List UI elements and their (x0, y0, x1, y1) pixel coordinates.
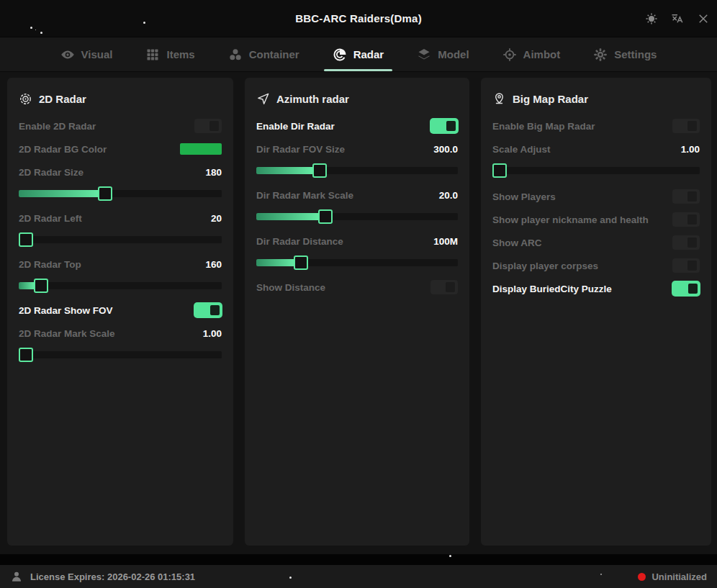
setting-row-show-arc: Show ARC (492, 234, 700, 251)
slider-fill (256, 213, 323, 220)
tab-model[interactable]: Model (405, 37, 480, 71)
license-info: License Expires: 2026-02-26 01:15:31 (10, 570, 195, 583)
tab-settings[interactable]: Settings (582, 37, 668, 71)
tab-label: Radar (353, 48, 384, 60)
slider-handle[interactable] (312, 163, 327, 178)
toggle-knob (687, 214, 697, 225)
toggle-knob (687, 121, 697, 131)
slider-handle[interactable] (294, 255, 308, 270)
panel-azimuth-title: Azimuth radar (256, 92, 458, 106)
enable-dir-radar-toggle[interactable] (430, 119, 458, 133)
enable-2d-radar-toggle[interactable] (194, 119, 222, 133)
tab-visual[interactable]: Visual (49, 37, 125, 71)
setting-value: 20 (211, 213, 222, 224)
show-players-toggle[interactable] (672, 189, 700, 204)
tab-active-underline (324, 69, 393, 71)
main-content: 2D Radar Enable 2D Radar 2D Radar BG Col… (0, 72, 717, 554)
scale-adjust-slider[interactable] (492, 163, 700, 178)
status-dot (638, 573, 646, 581)
panel-azimuth-radar: Azimuth radar Enable Dir Radar Dir Radar… (245, 78, 469, 546)
setting-label: Dir Radar Mark Scale (256, 190, 353, 201)
panel-big-map-radar: Big Map Radar Enable Big Map Radar Scale… (481, 78, 711, 546)
slider-handle[interactable] (19, 232, 33, 247)
panel-title-text: Big Map Radar (513, 93, 588, 105)
translate-icon[interactable] (671, 12, 684, 25)
tab-label: Settings (614, 48, 657, 60)
panel-big-map-title: Big Map Radar (492, 92, 700, 106)
setting-value: 160 (205, 259, 222, 270)
panel-title-text: 2D Radar (39, 93, 86, 105)
slider-track (19, 282, 222, 289)
toggle-knob (687, 238, 697, 248)
setting-label: Display player corpses (492, 261, 598, 271)
panel-title-text: Azimuth radar (276, 93, 349, 105)
2d-radar-size-slider[interactable] (19, 186, 222, 201)
sun-icon[interactable] (645, 12, 658, 25)
panel-2d-radar: 2D Radar Enable 2D Radar 2D Radar BG Col… (7, 78, 233, 546)
setting-label: 2D Radar Show FOV (19, 305, 113, 316)
toggle-knob (209, 121, 219, 131)
2d-radar-show-fov-toggle[interactable] (194, 303, 222, 317)
setting-row-dir-radar-mark-scale: Dir Radar Mark Scale 20.0 (256, 186, 458, 204)
2d-radar-mark-scale-slider[interactable] (19, 348, 222, 362)
setting-row-dir-radar-distance: Dir Radar Distance 100M (256, 232, 458, 250)
slider-handle[interactable] (492, 163, 507, 178)
slider-handle[interactable] (34, 279, 48, 293)
setting-label: 2D Radar Top (19, 259, 81, 270)
setting-row-2d-radar-size: 2D Radar Size 180 (19, 163, 222, 181)
slider-fill (19, 190, 104, 197)
setting-row-show-distance: Show Distance (256, 279, 458, 296)
show-distance-toggle[interactable] (430, 280, 458, 294)
bg-color-swatch[interactable] (180, 143, 222, 155)
2d-radar-left-slider[interactable] (19, 232, 222, 247)
setting-label: Show ARC (492, 238, 542, 248)
tab-label: Container (249, 48, 299, 60)
dir-radar-mark-scale-slider[interactable] (256, 209, 458, 224)
setting-label: Dir Radar FOV Size (256, 144, 345, 155)
setting-row-display-buriedcity-puzzle: Display BuriedCity Puzzle (492, 280, 700, 297)
tab-radar[interactable]: Radar (321, 37, 396, 71)
tab-container[interactable]: Container (217, 37, 311, 71)
toggle-knob (446, 121, 456, 131)
setting-label: Scale Adjust (492, 144, 551, 155)
dir-radar-distance-slider[interactable] (256, 255, 458, 270)
setting-value: 20.0 (439, 190, 458, 201)
display-buriedcity-puzzle-toggle[interactable] (672, 281, 700, 296)
tab-items[interactable]: Items (134, 37, 206, 71)
setting-row-scale-adjust: Scale Adjust 1.00 (492, 140, 700, 158)
setting-row-show-nickname-health: Show player nickname and health (492, 211, 700, 228)
setting-row-enable-big-map-radar: Enable Big Map Radar (492, 117, 700, 135)
2d-radar-top-slider[interactable] (19, 279, 222, 293)
close-icon[interactable] (697, 12, 710, 25)
tab-label: Aimbot (523, 48, 561, 60)
setting-value: 300.0 (433, 144, 458, 155)
slider-fill (19, 282, 35, 289)
bottom-strip (0, 554, 717, 565)
navigation-icon (256, 92, 270, 106)
user-icon (10, 570, 23, 583)
setting-row-display-player-corpses: Display player corpses (492, 257, 700, 274)
slider-handle[interactable] (19, 348, 33, 362)
status-bar: License Expires: 2026-02-26 01:15:31 Uni… (0, 565, 717, 588)
tab-aimbot[interactable]: Aimbot (491, 37, 572, 71)
setting-row-2d-radar-show-fov: 2D Radar Show FOV (19, 302, 222, 319)
window-title: BBC-ARC Raiders(Dma) (295, 12, 422, 24)
connection-status: Uninitialized (638, 571, 707, 582)
target-icon (19, 92, 32, 106)
tab-label: Items (166, 48, 194, 60)
slider-handle[interactable] (98, 186, 112, 201)
dir-radar-fov-size-slider[interactable] (256, 163, 458, 178)
show-arc-toggle[interactable] (672, 235, 700, 250)
setting-row-dir-radar-fov-size: Dir Radar FOV Size 300.0 (256, 140, 458, 158)
license-expires-text: License Expires: 2026-02-26 01:15:31 (30, 571, 195, 582)
show-nickname-health-toggle[interactable] (672, 212, 700, 227)
setting-label: Show Distance (256, 282, 325, 293)
enable-big-map-radar-toggle[interactable] (672, 119, 700, 133)
slider-handle[interactable] (318, 209, 333, 224)
toggle-knob (446, 282, 455, 292)
slider-fill (256, 167, 317, 174)
map-pin-icon (492, 92, 506, 106)
crosshair-icon (502, 48, 517, 62)
tab-bar: Visual Items Container (0, 37, 717, 72)
display-player-corpses-toggle[interactable] (672, 258, 700, 273)
